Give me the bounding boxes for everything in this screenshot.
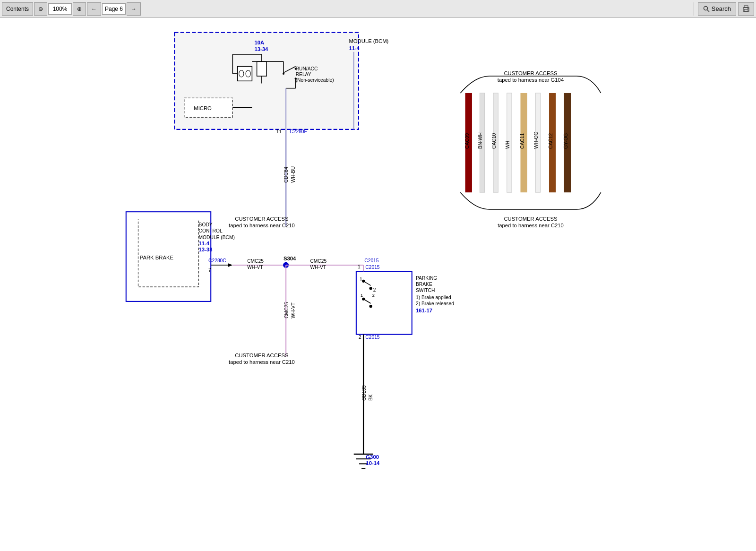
- zoom-input[interactable]: [48, 3, 72, 15]
- customer-access-1-line1: CUSTOMER ACCESS: [235, 216, 288, 222]
- pbs-desc2: 2) Brake released: [416, 301, 454, 306]
- svg-point-41: [369, 305, 372, 308]
- svg-marker-32: [228, 263, 232, 267]
- zoom-out-button[interactable]: ⊖: [34, 2, 47, 16]
- switch-pin1-label: 1: [360, 277, 362, 282]
- cac11-label: CAC11: [520, 133, 525, 149]
- wh-bu-label: WH-BU: [291, 166, 296, 183]
- wire-7-label: 7: [208, 267, 211, 273]
- svg-rect-30: [138, 219, 198, 287]
- svg-rect-4: [744, 6, 748, 8]
- c2280c-label: C2280C: [208, 258, 226, 263]
- relay-label-2: RELAY: [296, 72, 311, 77]
- svg-rect-5: [747, 8, 748, 9]
- customer-access-2-line2: taped to harness near C210: [229, 359, 295, 365]
- prev-page-button[interactable]: ←: [87, 2, 101, 16]
- diagram-area: 10A 13-34 RUN/ACC RELAY (Non-serviceable…: [0, 18, 756, 551]
- zoom-in-button[interactable]: ⊕: [73, 2, 86, 16]
- bcm-label-2: CONTROL: [199, 228, 223, 233]
- ca-g104-line2: taped to harness near G104: [498, 77, 564, 83]
- search-button[interactable]: Search: [698, 2, 736, 16]
- bk-label: BK: [368, 394, 373, 401]
- switch-num2: 2: [372, 293, 375, 298]
- ca-c210-line2: taped to harness near C210: [498, 223, 564, 228]
- wh-vt-down-label: WH-VT: [291, 302, 296, 318]
- toolbar-right: Search: [692, 2, 754, 16]
- pbs-label-1: PARKING: [416, 276, 437, 281]
- cac12-label: CAC12: [548, 133, 553, 149]
- svg-rect-3: [744, 9, 748, 11]
- switch-pin2-label: 2: [373, 287, 376, 293]
- pbs-label-3: SWITCH: [416, 288, 435, 293]
- fuse-ref1: 13-34: [255, 46, 269, 52]
- c2015-connector-top: C2015: [365, 265, 380, 270]
- pbs-desc1: 1) Brake applied: [416, 295, 451, 300]
- wh-vt-left-label: WH-VT: [247, 265, 263, 270]
- park-brake-label: PARK BRAKE: [140, 255, 174, 260]
- cac10-label: CAC10: [491, 133, 497, 149]
- c2015-bot-label: C2015: [365, 335, 380, 340]
- bcm-ref2: 13-38: [199, 247, 213, 252]
- module-bcm-ref: 11-4: [349, 45, 360, 51]
- cmc25-right-label: CMC25: [310, 258, 326, 264]
- bcm-label-1: BODY: [199, 222, 213, 227]
- pbs-ref: 161-17: [416, 308, 432, 313]
- toolbar: Contents ⊖ ⊕ ← → Search: [0, 0, 756, 18]
- harness-bot-arc: [460, 192, 601, 209]
- page-input[interactable]: [102, 3, 126, 15]
- svg-rect-8: [257, 61, 267, 76]
- micro-label: MICRO: [194, 105, 212, 111]
- c2015-top-label: C2015: [364, 258, 379, 263]
- cdc84-label: CDC84: [284, 167, 289, 183]
- svg-point-13: [283, 73, 284, 75]
- contents-button[interactable]: Contents: [2, 2, 33, 16]
- print-button[interactable]: [738, 2, 754, 16]
- toolbar-separator: [694, 2, 694, 16]
- relay-label-1: RUN/ACC: [296, 66, 318, 71]
- ca-c210-line1: CUSTOMER ACCESS: [504, 216, 557, 222]
- ca-g104-line1: CUSTOMER ACCESS: [504, 70, 557, 76]
- wh-label: WH: [505, 141, 510, 149]
- customer-access-1-line2: taped to harness near C210: [229, 223, 295, 228]
- svg-point-0: [704, 6, 707, 10]
- bn-wh-label: BN-WH: [478, 132, 483, 149]
- pbs-label-2: BRAKE: [416, 282, 432, 287]
- search-icon: [703, 6, 710, 12]
- module-bcm-label: MODULE (BCM): [349, 38, 388, 44]
- g300-label: G300: [366, 454, 379, 460]
- svg-point-38: [369, 287, 372, 290]
- gy-og-label: GY-OG: [563, 133, 568, 149]
- relay-label-3: (Non-serviceable): [296, 77, 334, 83]
- wire-11-label: 11: [276, 129, 282, 134]
- switch-num1: 1: [361, 293, 363, 298]
- svg-line-1: [707, 9, 709, 12]
- s304-label: S304: [284, 256, 296, 261]
- svg-rect-10: [238, 67, 252, 81]
- gd133-label: GD133: [361, 385, 367, 401]
- wh-vt-right-label: WH-VT: [310, 265, 326, 270]
- cac09-label: CAC09: [464, 133, 470, 149]
- wire-1-label: 1: [358, 264, 361, 269]
- bcm-ref1: 11-4: [199, 241, 210, 246]
- wiring-diagram: 10A 13-34 RUN/ACC RELAY (Non-serviceable…: [0, 18, 756, 551]
- g300-ref: 10-14: [366, 460, 380, 466]
- print-icon: [742, 5, 750, 13]
- wh-og-label: WH-OG: [533, 131, 539, 148]
- next-page-button[interactable]: →: [127, 2, 141, 16]
- customer-access-2-line1: CUSTOMER ACCESS: [235, 353, 288, 358]
- search-label: Search: [712, 5, 731, 12]
- bcm-label-3: MODULE (BCM): [199, 235, 235, 240]
- c2280f-label: C2280F: [290, 129, 307, 134]
- cmc25-left-label: CMC25: [247, 258, 264, 264]
- cmc25-down-label: CMC25: [284, 302, 289, 319]
- wire-2-label: 2: [359, 335, 361, 340]
- fuse-label: 10A: [255, 40, 265, 45]
